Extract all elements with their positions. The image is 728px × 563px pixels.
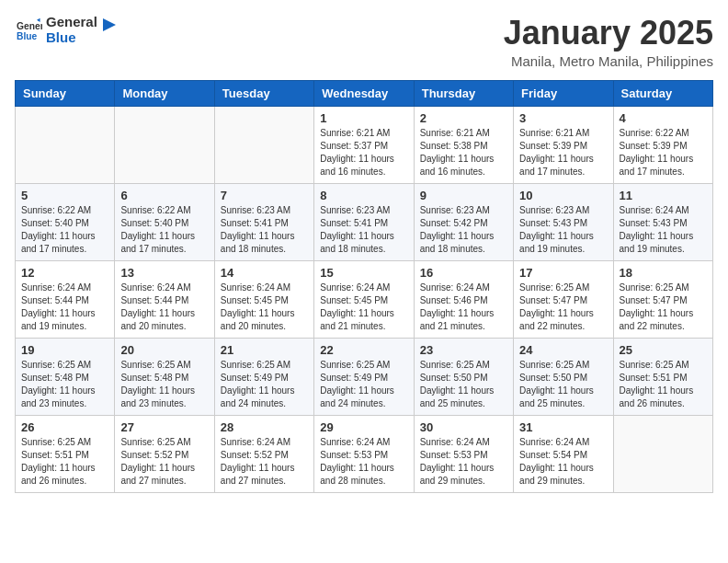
day-info: Sunrise: 6:24 AMSunset: 5:44 PMDaylight:… bbox=[21, 282, 108, 333]
day-number: 9 bbox=[420, 189, 507, 202]
day-number: 20 bbox=[120, 343, 208, 357]
day-number: 6 bbox=[120, 189, 208, 202]
day-info: Sunrise: 6:21 AMSunset: 5:39 PMDaylight:… bbox=[519, 127, 607, 178]
day-info: Sunrise: 6:22 AMSunset: 5:39 PMDaylight:… bbox=[620, 127, 707, 178]
calendar-cell: 4Sunrise: 6:22 AMSunset: 5:39 PMDaylight… bbox=[613, 106, 712, 183]
calendar-cell bbox=[16, 106, 115, 183]
day-number: 17 bbox=[519, 266, 607, 280]
day-number: 26 bbox=[21, 420, 108, 434]
day-info: Sunrise: 6:23 AMSunset: 5:42 PMDaylight:… bbox=[420, 204, 507, 256]
day-info: Sunrise: 6:25 AMSunset: 5:48 PMDaylight:… bbox=[120, 359, 208, 410]
calendar-cell: 17Sunrise: 6:25 AMSunset: 5:47 PMDayligh… bbox=[514, 260, 613, 338]
calendar-cell bbox=[115, 106, 214, 183]
logo-blue-text: Blue bbox=[46, 30, 97, 46]
calendar-cell: 2Sunrise: 6:21 AMSunset: 5:38 PMDaylight… bbox=[414, 106, 513, 183]
day-info: Sunrise: 6:25 AMSunset: 5:48 PMDaylight:… bbox=[21, 359, 108, 410]
day-info: Sunrise: 6:21 AMSunset: 5:37 PMDaylight:… bbox=[320, 127, 407, 178]
calendar-week-row: 26Sunrise: 6:25 AMSunset: 5:51 PMDayligh… bbox=[16, 415, 713, 492]
calendar-cell: 20Sunrise: 6:25 AMSunset: 5:48 PMDayligh… bbox=[115, 338, 214, 415]
day-info: Sunrise: 6:24 AMSunset: 5:43 PMDaylight:… bbox=[620, 204, 707, 256]
day-number: 23 bbox=[420, 343, 507, 357]
calendar-cell: 10Sunrise: 6:23 AMSunset: 5:43 PMDayligh… bbox=[514, 183, 613, 260]
day-number: 10 bbox=[519, 189, 607, 202]
calendar-cell: 21Sunrise: 6:25 AMSunset: 5:49 PMDayligh… bbox=[214, 338, 313, 415]
day-number: 8 bbox=[320, 189, 407, 202]
day-number: 18 bbox=[620, 266, 707, 280]
calendar-cell: 1Sunrise: 6:21 AMSunset: 5:37 PMDaylight… bbox=[314, 106, 414, 183]
calendar-cell: 8Sunrise: 6:23 AMSunset: 5:41 PMDaylight… bbox=[314, 183, 414, 260]
day-info: Sunrise: 6:21 AMSunset: 5:38 PMDaylight:… bbox=[420, 127, 507, 178]
calendar-cell: 31Sunrise: 6:24 AMSunset: 5:54 PMDayligh… bbox=[514, 415, 613, 492]
day-info: Sunrise: 6:24 AMSunset: 5:44 PMDaylight:… bbox=[120, 282, 208, 333]
calendar-cell: 14Sunrise: 6:24 AMSunset: 5:45 PMDayligh… bbox=[214, 260, 313, 338]
day-info: Sunrise: 6:24 AMSunset: 5:52 PMDaylight:… bbox=[221, 436, 308, 488]
day-info: Sunrise: 6:22 AMSunset: 5:40 PMDaylight:… bbox=[21, 204, 108, 256]
calendar-cell: 15Sunrise: 6:24 AMSunset: 5:45 PMDayligh… bbox=[314, 260, 414, 338]
calendar-cell: 30Sunrise: 6:24 AMSunset: 5:53 PMDayligh… bbox=[414, 415, 513, 492]
day-number: 15 bbox=[320, 266, 407, 280]
flag-icon bbox=[99, 17, 119, 37]
day-number: 14 bbox=[221, 266, 308, 280]
calendar-cell: 24Sunrise: 6:25 AMSunset: 5:50 PMDayligh… bbox=[514, 338, 613, 415]
day-number: 24 bbox=[519, 343, 607, 357]
calendar-cell: 28Sunrise: 6:24 AMSunset: 5:52 PMDayligh… bbox=[214, 415, 313, 492]
calendar-cell: 18Sunrise: 6:25 AMSunset: 5:47 PMDayligh… bbox=[613, 260, 712, 338]
day-info: Sunrise: 6:23 AMSunset: 5:41 PMDaylight:… bbox=[320, 204, 407, 256]
svg-text:General: General bbox=[17, 21, 42, 31]
calendar-cell: 27Sunrise: 6:25 AMSunset: 5:52 PMDayligh… bbox=[115, 415, 214, 492]
title-area: January 2025 Manila, Metro Manila, Phili… bbox=[504, 15, 713, 69]
location-subtitle: Manila, Metro Manila, Philippines bbox=[504, 53, 713, 69]
day-info: Sunrise: 6:24 AMSunset: 5:45 PMDaylight:… bbox=[320, 282, 407, 333]
day-info: Sunrise: 6:23 AMSunset: 5:41 PMDaylight:… bbox=[221, 204, 308, 256]
day-number: 27 bbox=[120, 420, 208, 434]
calendar-cell: 7Sunrise: 6:23 AMSunset: 5:41 PMDaylight… bbox=[214, 183, 313, 260]
day-number: 7 bbox=[221, 189, 308, 202]
day-number: 13 bbox=[120, 266, 208, 280]
calendar-cell: 3Sunrise: 6:21 AMSunset: 5:39 PMDaylight… bbox=[514, 106, 613, 183]
day-info: Sunrise: 6:24 AMSunset: 5:54 PMDaylight:… bbox=[519, 436, 607, 488]
calendar-table: SundayMondayTuesdayWednesdayThursdayFrid… bbox=[15, 80, 713, 493]
day-number: 25 bbox=[620, 343, 707, 357]
day-info: Sunrise: 6:23 AMSunset: 5:43 PMDaylight:… bbox=[519, 204, 607, 256]
weekday-header-sunday: Sunday bbox=[16, 80, 115, 106]
calendar-week-row: 12Sunrise: 6:24 AMSunset: 5:44 PMDayligh… bbox=[16, 260, 713, 338]
month-title: January 2025 bbox=[504, 15, 713, 52]
calendar-cell: 29Sunrise: 6:24 AMSunset: 5:53 PMDayligh… bbox=[314, 415, 414, 492]
day-info: Sunrise: 6:25 AMSunset: 5:50 PMDaylight:… bbox=[420, 359, 507, 410]
logo-icon: General Blue bbox=[17, 17, 42, 43]
day-number: 29 bbox=[320, 420, 407, 434]
day-number: 2 bbox=[420, 111, 507, 125]
weekday-header-wednesday: Wednesday bbox=[314, 80, 414, 106]
svg-text:Blue: Blue bbox=[17, 31, 38, 41]
calendar-cell: 26Sunrise: 6:25 AMSunset: 5:51 PMDayligh… bbox=[16, 415, 115, 492]
calendar-cell: 23Sunrise: 6:25 AMSunset: 5:50 PMDayligh… bbox=[414, 338, 513, 415]
calendar-cell: 16Sunrise: 6:24 AMSunset: 5:46 PMDayligh… bbox=[414, 260, 513, 338]
day-info: Sunrise: 6:24 AMSunset: 5:46 PMDaylight:… bbox=[420, 282, 507, 333]
weekday-header-thursday: Thursday bbox=[414, 80, 513, 106]
svg-marker-3 bbox=[103, 18, 116, 31]
calendar-cell: 12Sunrise: 6:24 AMSunset: 5:44 PMDayligh… bbox=[16, 260, 115, 338]
weekday-header-saturday: Saturday bbox=[613, 80, 712, 106]
day-info: Sunrise: 6:25 AMSunset: 5:49 PMDaylight:… bbox=[320, 359, 407, 410]
day-number: 4 bbox=[620, 111, 707, 125]
weekday-header-monday: Monday bbox=[115, 80, 214, 106]
calendar-week-row: 1Sunrise: 6:21 AMSunset: 5:37 PMDaylight… bbox=[16, 106, 713, 183]
day-info: Sunrise: 6:25 AMSunset: 5:49 PMDaylight:… bbox=[221, 359, 308, 410]
weekday-header-friday: Friday bbox=[514, 80, 613, 106]
calendar-cell: 19Sunrise: 6:25 AMSunset: 5:48 PMDayligh… bbox=[16, 338, 115, 415]
day-info: Sunrise: 6:25 AMSunset: 5:47 PMDaylight:… bbox=[620, 282, 707, 333]
logo-general-text: General bbox=[46, 15, 97, 30]
day-number: 16 bbox=[420, 266, 507, 280]
calendar-week-row: 5Sunrise: 6:22 AMSunset: 5:40 PMDaylight… bbox=[16, 183, 713, 260]
calendar-cell: 25Sunrise: 6:25 AMSunset: 5:51 PMDayligh… bbox=[613, 338, 712, 415]
calendar-cell: 9Sunrise: 6:23 AMSunset: 5:42 PMDaylight… bbox=[414, 183, 513, 260]
day-number: 5 bbox=[21, 189, 108, 202]
calendar-cell bbox=[214, 106, 313, 183]
logo: General Blue General Blue bbox=[15, 15, 119, 45]
weekday-header-tuesday: Tuesday bbox=[214, 80, 313, 106]
day-info: Sunrise: 6:25 AMSunset: 5:52 PMDaylight:… bbox=[120, 436, 208, 488]
calendar-cell: 5Sunrise: 6:22 AMSunset: 5:40 PMDaylight… bbox=[16, 183, 115, 260]
day-info: Sunrise: 6:25 AMSunset: 5:50 PMDaylight:… bbox=[519, 359, 607, 410]
calendar-week-row: 19Sunrise: 6:25 AMSunset: 5:48 PMDayligh… bbox=[16, 338, 713, 415]
day-number: 31 bbox=[519, 420, 607, 434]
